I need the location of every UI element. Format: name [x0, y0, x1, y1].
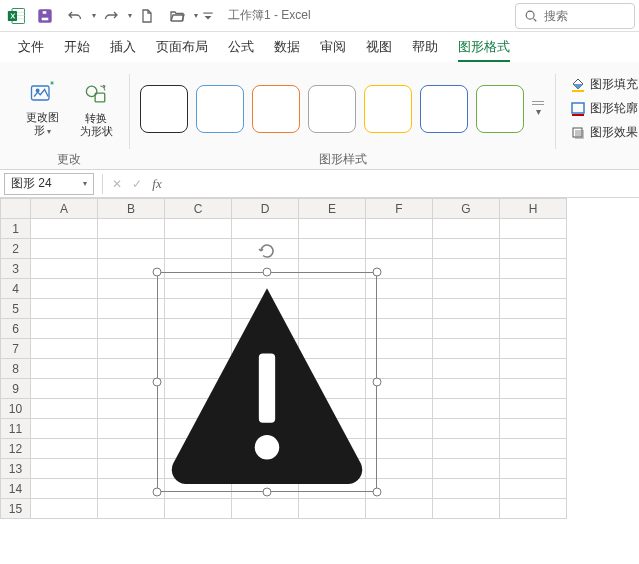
cell-G5[interactable] [433, 299, 500, 319]
formula-input[interactable] [167, 173, 639, 195]
cell-A3[interactable] [31, 259, 98, 279]
row-head-3[interactable]: 3 [1, 259, 31, 279]
new-button[interactable] [135, 2, 159, 30]
tab-data[interactable]: 数据 [264, 32, 310, 62]
change-graphic-button[interactable]: 更改图 形▾ [18, 74, 66, 144]
cell-A4[interactable] [31, 279, 98, 299]
cell-G1[interactable] [433, 219, 500, 239]
tab-view[interactable]: 视图 [356, 32, 402, 62]
cell-A13[interactable] [31, 459, 98, 479]
cell-G6[interactable] [433, 319, 500, 339]
tab-shapeformat[interactable]: 图形格式 [448, 32, 520, 62]
save-button[interactable] [33, 2, 57, 30]
style-swatch-1[interactable] [196, 85, 244, 133]
cell-A7[interactable] [31, 339, 98, 359]
resize-handle-ne[interactable] [373, 268, 382, 277]
col-head-B[interactable]: B [98, 199, 165, 219]
col-head-D[interactable]: D [232, 199, 299, 219]
style-swatch-0[interactable] [140, 85, 188, 133]
row-head-1[interactable]: 1 [1, 219, 31, 239]
cell-G8[interactable] [433, 359, 500, 379]
cell-H3[interactable] [500, 259, 567, 279]
row-head-5[interactable]: 5 [1, 299, 31, 319]
open-dropdown-caret[interactable]: ▾ [194, 11, 198, 20]
qat-customize-button[interactable] [201, 2, 215, 30]
row-head-15[interactable]: 15 [1, 499, 31, 519]
search-input[interactable] [544, 9, 624, 23]
warning-triangle-icon[interactable] [165, 274, 369, 490]
formula-confirm-button[interactable]: ✓ [127, 174, 147, 194]
cell-A2[interactable] [31, 239, 98, 259]
col-head-H[interactable]: H [500, 199, 567, 219]
resize-handle-e[interactable] [373, 378, 382, 387]
style-gallery-more-button[interactable]: ▾ [530, 85, 546, 133]
resize-handle-sw[interactable] [153, 488, 162, 497]
row-head-4[interactable]: 4 [1, 279, 31, 299]
cell-H1[interactable] [500, 219, 567, 239]
cell-C15[interactable] [165, 499, 232, 519]
worksheet-grid[interactable]: ABCDEFGH123456789101112131415 [0, 198, 639, 564]
redo-dropdown-caret[interactable]: ▾ [128, 11, 132, 20]
cell-D1[interactable] [232, 219, 299, 239]
cell-B4[interactable] [98, 279, 165, 299]
row-head-9[interactable]: 9 [1, 379, 31, 399]
selected-shape[interactable] [157, 272, 377, 492]
shape-effects-button[interactable]: 图形效果▾ [566, 122, 639, 144]
cell-H13[interactable] [500, 459, 567, 479]
tab-help[interactable]: 帮助 [402, 32, 448, 62]
cell-B13[interactable] [98, 459, 165, 479]
row-head-2[interactable]: 2 [1, 239, 31, 259]
cell-H8[interactable] [500, 359, 567, 379]
col-head-C[interactable]: C [165, 199, 232, 219]
cell-G12[interactable] [433, 439, 500, 459]
cell-G3[interactable] [433, 259, 500, 279]
cell-H11[interactable] [500, 419, 567, 439]
cell-A6[interactable] [31, 319, 98, 339]
shape-fill-button[interactable]: 图形填充▾ [566, 74, 639, 96]
cell-B1[interactable] [98, 219, 165, 239]
cell-B2[interactable] [98, 239, 165, 259]
cell-G13[interactable] [433, 459, 500, 479]
cell-H2[interactable] [500, 239, 567, 259]
tab-formulas[interactable]: 公式 [218, 32, 264, 62]
tab-insert[interactable]: 插入 [100, 32, 146, 62]
cell-A11[interactable] [31, 419, 98, 439]
style-swatch-5[interactable] [420, 85, 468, 133]
cell-C2[interactable] [165, 239, 232, 259]
cell-G7[interactable] [433, 339, 500, 359]
insert-function-button[interactable]: fx [147, 174, 167, 194]
row-head-6[interactable]: 6 [1, 319, 31, 339]
cell-B6[interactable] [98, 319, 165, 339]
rotate-handle[interactable] [258, 242, 276, 260]
cell-E15[interactable] [299, 499, 366, 519]
row-head-12[interactable]: 12 [1, 439, 31, 459]
cell-A8[interactable] [31, 359, 98, 379]
cell-E1[interactable] [299, 219, 366, 239]
row-head-8[interactable]: 8 [1, 359, 31, 379]
row-head-10[interactable]: 10 [1, 399, 31, 419]
cell-G9[interactable] [433, 379, 500, 399]
style-swatch-3[interactable] [308, 85, 356, 133]
cell-B7[interactable] [98, 339, 165, 359]
cell-H14[interactable] [500, 479, 567, 499]
cell-H15[interactable] [500, 499, 567, 519]
undo-dropdown-caret[interactable]: ▾ [92, 11, 96, 20]
cell-G15[interactable] [433, 499, 500, 519]
convert-to-shape-button[interactable]: 转换 为形状 [72, 74, 120, 144]
shape-outline-button[interactable]: 图形轮廓▾ [566, 98, 639, 120]
tab-home[interactable]: 开始 [54, 32, 100, 62]
cell-H12[interactable] [500, 439, 567, 459]
style-swatch-4[interactable] [364, 85, 412, 133]
style-swatch-2[interactable] [252, 85, 300, 133]
cell-A15[interactable] [31, 499, 98, 519]
search-box[interactable] [515, 3, 635, 29]
cell-H9[interactable] [500, 379, 567, 399]
select-all-corner[interactable] [1, 199, 31, 219]
cell-G10[interactable] [433, 399, 500, 419]
cell-B10[interactable] [98, 399, 165, 419]
resize-handle-nw[interactable] [153, 268, 162, 277]
col-head-A[interactable]: A [31, 199, 98, 219]
cell-G14[interactable] [433, 479, 500, 499]
cell-B5[interactable] [98, 299, 165, 319]
tab-review[interactable]: 审阅 [310, 32, 356, 62]
